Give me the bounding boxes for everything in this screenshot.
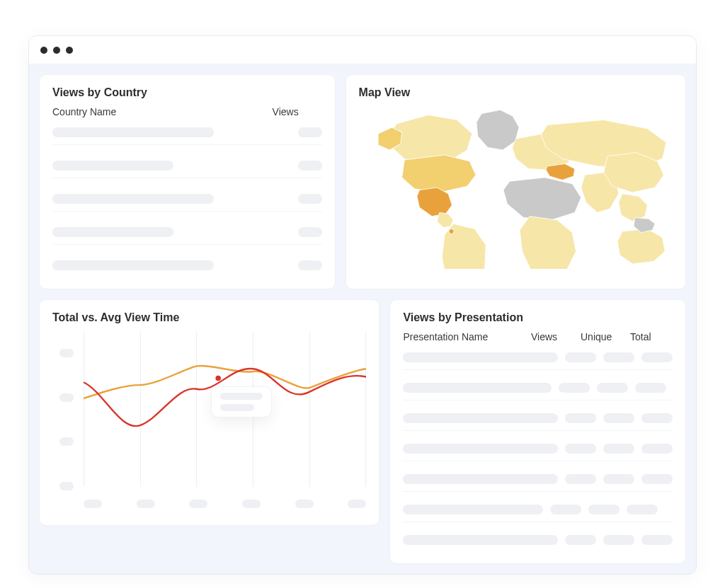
y-axis-labels — [59, 331, 74, 508]
table-row — [403, 505, 673, 522]
panel-title: Views by Country — [52, 86, 322, 99]
minimize-icon[interactable] — [53, 47, 60, 54]
table-row — [52, 227, 322, 245]
table-row — [52, 161, 322, 178]
column-header-unique: Unique — [581, 331, 623, 342]
close-icon[interactable] — [40, 47, 47, 54]
chart-data-point — [215, 376, 221, 381]
table-row — [403, 413, 673, 431]
column-header-views: Views — [531, 331, 573, 342]
views-by-country-panel: Views by Country Country Name Views — [39, 74, 336, 289]
world-map[interactable] — [359, 106, 673, 269]
table-row — [403, 535, 673, 552]
window-controls[interactable] — [40, 47, 73, 54]
x-axis-labels — [84, 500, 366, 508]
column-header-name: Presentation Name — [403, 331, 524, 342]
app-window: Views by Country Country Name Views Map … — [28, 35, 697, 575]
window-titlebar — [29, 36, 696, 64]
line-chart[interactable] — [62, 331, 366, 508]
table-row — [52, 127, 322, 145]
country-rows — [52, 127, 322, 277]
presentation-rows — [403, 352, 673, 552]
svg-point-0 — [449, 229, 454, 234]
column-header-total: Total — [630, 331, 673, 342]
views-by-presentation-panel: Views by Presentation Presentation Name … — [389, 299, 686, 564]
panel-title: Views by Presentation — [403, 311, 673, 324]
map-view-panel: Map View — [346, 74, 686, 289]
panel-title: Map View — [359, 86, 673, 99]
table-row — [52, 260, 322, 277]
table-row — [403, 383, 673, 400]
table-row — [403, 474, 673, 492]
table-row — [403, 352, 673, 370]
table-row — [52, 194, 322, 212]
chart-tooltip — [211, 386, 272, 417]
maximize-icon[interactable] — [66, 47, 73, 54]
view-time-panel: Total vs. Avg View Time — [39, 299, 379, 526]
panel-title: Total vs. Avg View Time — [52, 311, 366, 324]
column-header-country: Country Name — [52, 106, 273, 117]
table-row — [403, 444, 673, 461]
column-header-views: Views — [273, 106, 322, 117]
